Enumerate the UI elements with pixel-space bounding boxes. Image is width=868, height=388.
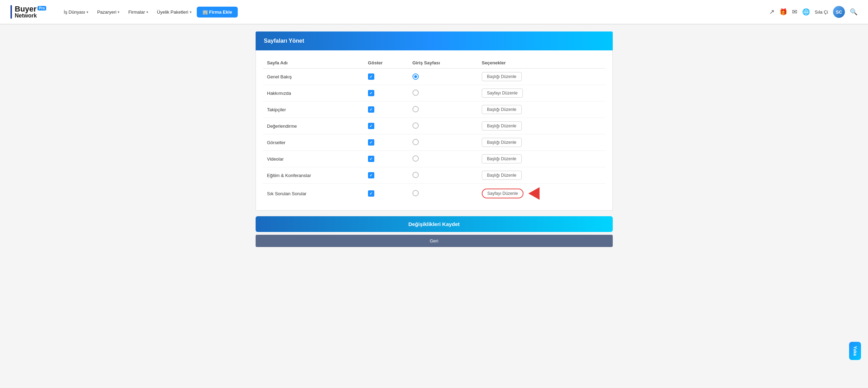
show-checkbox[interactable] xyxy=(364,85,408,101)
main-content: Sayfaları Yönet Sayfa Adı Göster Giriş S… xyxy=(256,24,613,254)
nav-link-uyelik[interactable]: Üyelik Paketleri ▾ xyxy=(153,7,195,17)
show-checkbox[interactable] xyxy=(364,184,408,204)
nav-links: İş Dünyası ▾ Pazaryeri ▾ Firmalar ▾ Üyel… xyxy=(60,7,762,17)
table-row: Genel BakışBaşlığı Düzenle xyxy=(263,69,605,85)
col-goster: Göster xyxy=(364,57,408,69)
table-row: DeğerlendirmeBaşlığı Düzenle xyxy=(263,118,605,134)
radio-unselected[interactable] xyxy=(412,155,419,162)
home-radio[interactable] xyxy=(408,69,478,85)
option-cell: Başlığı Düzenle xyxy=(478,134,605,151)
chevron-down-icon: ▾ xyxy=(86,10,88,14)
chevron-down-icon: ▾ xyxy=(190,10,192,14)
logo-buyer: Buyer xyxy=(15,5,36,13)
nav-link-is-dunyasi[interactable]: İş Dünyası ▾ xyxy=(60,7,92,17)
external-link-icon[interactable]: ↗ xyxy=(769,8,775,16)
pages-table: Sayfa Adı Göster Giriş Sayfası Seçenekle… xyxy=(263,57,605,203)
show-checkbox[interactable] xyxy=(364,118,408,134)
show-checkbox[interactable] xyxy=(364,151,408,167)
table-row: Eğitim & KonferanslarBaşlığı Düzenle xyxy=(263,167,605,184)
show-checkbox[interactable] xyxy=(364,69,408,85)
gift-icon[interactable]: 🎁 xyxy=(779,8,787,16)
col-secenekler: Seçenekler xyxy=(478,57,605,69)
table-row: Sık Sorulan SorularSayfayı Düzenle xyxy=(263,184,605,204)
table-row: TakipçilerBaşlığı Düzenle xyxy=(263,101,605,118)
search-icon[interactable]: 🔍 xyxy=(850,8,857,16)
table-row: HakkımızdaSayfayı Düzenle xyxy=(263,85,605,101)
page-name: Eğitim & Konferanslar xyxy=(263,167,364,184)
back-btn-container: Geri xyxy=(256,235,613,247)
option-button[interactable]: Başlığı Düzenle xyxy=(482,171,522,180)
radio-unselected[interactable] xyxy=(412,90,419,96)
option-button[interactable]: Başlığı Düzenle xyxy=(482,105,522,114)
checkbox-checked[interactable] xyxy=(368,139,374,146)
nav-link-firmalar[interactable]: Firmalar ▾ xyxy=(125,7,152,17)
checkbox-checked[interactable] xyxy=(368,156,374,162)
option-cell: Sayfayı Düzenle xyxy=(478,184,605,204)
page-name: Değerlendirme xyxy=(263,118,364,134)
home-radio[interactable] xyxy=(408,118,478,134)
col-giris-sayfasi: Giriş Sayfası xyxy=(408,57,478,69)
option-button[interactable]: Başlığı Düzenle xyxy=(482,121,522,130)
option-button[interactable]: Başlığı Düzenle xyxy=(482,138,522,147)
radio-selected[interactable] xyxy=(412,73,419,80)
option-cell: Başlığı Düzenle xyxy=(478,118,605,134)
checkbox-checked[interactable] xyxy=(368,90,374,96)
save-button[interactable]: Değişiklikleri Kaydet xyxy=(256,216,613,232)
home-radio[interactable] xyxy=(408,134,478,151)
option-button[interactable]: Sayfayı Düzenle xyxy=(482,89,523,98)
checkbox-checked[interactable] xyxy=(368,190,374,197)
radio-unselected[interactable] xyxy=(412,172,419,178)
option-cell: Sayfayı Düzenle xyxy=(478,85,605,101)
page-name: Hakkımızda xyxy=(263,85,364,101)
chevron-down-icon: ▾ xyxy=(146,10,148,14)
home-radio[interactable] xyxy=(408,151,478,167)
option-button-highlighted[interactable]: Sayfayı Düzenle xyxy=(482,189,523,198)
table-row: GörsellerBaşlığı Düzenle xyxy=(263,134,605,151)
back-button[interactable]: Geri xyxy=(256,235,613,247)
home-radio[interactable] xyxy=(408,167,478,184)
red-arrow-icon xyxy=(528,187,540,200)
option-button[interactable]: Başlığı Düzenle xyxy=(482,72,522,81)
navbar: BuyerPro Network İş Dünyası ▾ Pazaryeri … xyxy=(0,0,868,24)
panel-title: Sayfaları Yönet xyxy=(264,38,304,44)
chevron-down-icon: ▾ xyxy=(118,10,119,14)
page-name: Sık Sorulan Sorular xyxy=(263,184,364,204)
avatar[interactable]: SC xyxy=(833,6,845,18)
page-name: Takipçiler xyxy=(263,101,364,118)
option-button[interactable]: Başlığı Düzenle xyxy=(482,154,522,163)
globe-icon[interactable]: 🌐 xyxy=(802,8,810,16)
checkbox-checked[interactable] xyxy=(368,73,374,80)
radio-unselected[interactable] xyxy=(412,122,419,129)
home-radio[interactable] xyxy=(408,184,478,204)
show-checkbox[interactable] xyxy=(364,167,408,184)
home-radio[interactable] xyxy=(408,85,478,101)
show-checkbox[interactable] xyxy=(364,101,408,118)
col-sayfa-adi: Sayfa Adı xyxy=(263,57,364,69)
logo[interactable]: BuyerPro Network xyxy=(11,5,46,19)
user-label[interactable]: Sıla Çi xyxy=(815,9,828,15)
logo-pro: Pro xyxy=(37,6,46,10)
checkbox-checked[interactable] xyxy=(368,172,374,178)
option-cell: Başlığı Düzenle xyxy=(478,69,605,85)
option-highlighted-container: Sayfayı Düzenle xyxy=(482,187,540,200)
radio-unselected[interactable] xyxy=(412,139,419,145)
nav-link-pazaryeri[interactable]: Pazaryeri ▾ xyxy=(93,7,123,17)
option-cell: Başlığı Düzenle xyxy=(478,151,605,167)
show-checkbox[interactable] xyxy=(364,134,408,151)
home-radio[interactable] xyxy=(408,101,478,118)
panel-body: Sayfa Adı Göster Giriş Sayfası Seçenekle… xyxy=(256,50,613,211)
option-cell: Başlığı Düzenle xyxy=(478,167,605,184)
nav-icons: ↗ 🎁 ✉ 🌐 Sıla Çi SC 🔍 xyxy=(769,6,857,18)
firma-ekle-button[interactable]: 🏢 Firma Ekle xyxy=(197,7,238,17)
mail-icon[interactable]: ✉ xyxy=(792,8,797,16)
checkbox-checked[interactable] xyxy=(368,106,374,113)
page-name: Görseller xyxy=(263,134,364,151)
option-cell: Başlığı Düzenle xyxy=(478,101,605,118)
page-name: Videolar xyxy=(263,151,364,167)
radio-unselected[interactable] xyxy=(412,106,419,112)
table-row: VideolarBaşlığı Düzenle xyxy=(263,151,605,167)
radio-unselected[interactable] xyxy=(412,190,419,196)
logo-network: Network xyxy=(15,13,46,19)
checkbox-checked[interactable] xyxy=(368,123,374,129)
save-btn-container: Değişiklikleri Kaydet xyxy=(256,216,613,232)
